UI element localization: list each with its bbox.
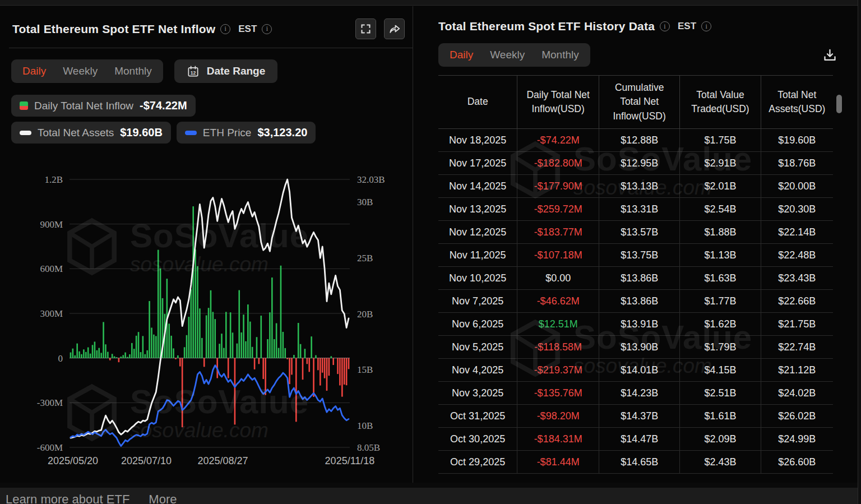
history-controls: Daily Weekly Monthly: [438, 43, 833, 67]
date-cell: Nov 18,2025: [438, 129, 517, 152]
share-button[interactable]: [384, 19, 405, 39]
inflow-cell: $0.00: [517, 267, 599, 290]
date-range-label: Date Range: [207, 65, 266, 77]
white-line-icon: [20, 131, 31, 135]
info-icon[interactable]: i: [660, 21, 670, 31]
cumulative-cell: $14.23B: [599, 382, 680, 405]
assets-cell: $20.30B: [761, 198, 833, 221]
traded-cell: $2.43B: [680, 451, 761, 474]
header-divider: [9, 48, 413, 48]
assets-cell: $26.60B: [761, 451, 833, 474]
cumulative-cell: $13.75B: [599, 244, 680, 267]
tab-monthly[interactable]: Monthly: [541, 49, 579, 61]
cumulative-cell: $14.37B: [599, 405, 680, 428]
svg-text:30B: 30B: [357, 197, 373, 207]
cumulative-cell: $14.01B: [599, 359, 680, 382]
svg-text:300M: 300M: [40, 308, 63, 319]
date-cell: Nov 17,2025: [438, 152, 517, 175]
legend-eth-value: $3,123.20: [257, 126, 307, 139]
assets-cell: $23.43B: [761, 267, 833, 290]
history-table-header: Date Daily Total Net Inflow(USD) Cumulat…: [438, 76, 833, 129]
legend-eth-label: ETH Price: [203, 127, 252, 139]
traded-cell: $1.79B: [680, 336, 761, 359]
assets-cell: $22.48B: [761, 244, 833, 267]
chart-canvas[interactable]: 1.2B900M600M300M0-300M-600M32.03B30B25B2…: [7, 168, 406, 481]
more-link[interactable]: More: [149, 492, 177, 504]
table-row: Nov 10,2025$0.00$13.86B$1.63B$23.43B: [438, 267, 833, 290]
etf-net-inflow-chart[interactable]: SoSoValuesosovalue.com SoSoValuesosovalu…: [7, 168, 406, 481]
assets-cell: $24.02B: [761, 382, 833, 405]
fullscreen-icon: [360, 23, 372, 35]
assets-cell: $19.60B: [761, 129, 833, 152]
date-cell: Nov 7,2025: [438, 290, 517, 313]
assets-cell: $18.76B: [761, 152, 833, 175]
table-row: Nov 6,2025$12.51M$13.91B$1.62B$21.75B: [438, 313, 833, 336]
inflow-cell: -$259.72M: [517, 198, 599, 221]
col-net-assets: Total Net Assets(USD): [761, 76, 833, 129]
assets-cell: $26.02B: [761, 405, 833, 428]
period-tabs: Daily Weekly Monthly: [438, 43, 590, 67]
svg-text:2025/11/18: 2025/11/18: [325, 455, 375, 466]
svg-text:8.05B: 8.05B: [357, 442, 380, 453]
info-icon[interactable]: i: [220, 24, 230, 34]
cumulative-cell: $13.13B: [599, 175, 680, 198]
date-cell: Nov 12,2025: [438, 221, 517, 244]
svg-text:15B: 15B: [357, 364, 373, 375]
legend-net-inflow-value: -$74.22M: [140, 99, 187, 112]
cumulative-cell: $13.57B: [599, 221, 680, 244]
tab-weekly[interactable]: Weekly: [63, 65, 98, 77]
svg-text:10B: 10B: [357, 420, 373, 431]
inflow-cell: -$184.31M: [517, 428, 599, 451]
cumulative-cell: $13.31B: [599, 198, 680, 221]
chart-legend: Daily Total Net Inflow -$74.22M Total Ne…: [11, 95, 413, 144]
legend-eth-price[interactable]: ETH Price $3,123.20: [177, 122, 316, 144]
date-cell: Nov 14,2025: [438, 175, 517, 198]
tab-monthly[interactable]: Monthly: [114, 65, 152, 77]
traded-cell: $2.91B: [680, 152, 761, 175]
inflow-cell: $12.51M: [517, 313, 599, 336]
inflow-cell: -$219.37M: [517, 359, 599, 382]
history-title: Total Ethereum Spot ETF History Data: [438, 20, 655, 33]
traded-cell: $1.75B: [680, 129, 761, 152]
calendar-icon: 12: [187, 65, 200, 78]
cumulative-cell: $14.47B: [599, 428, 680, 451]
table-row: Nov 13,2025-$259.72M$13.31B$2.54B$20.30B: [438, 198, 833, 221]
history-data-panel: SoSoValuesosovalue.com SoSoValuesosovalu…: [413, 6, 858, 483]
inflow-cell: -$107.18M: [517, 244, 599, 267]
legend-assets-value: $19.60B: [120, 126, 163, 139]
table-row: Nov 14,2025-$177.90M$13.13B$2.01B$20.00B: [438, 175, 833, 198]
traded-cell: $2.54B: [680, 198, 761, 221]
tab-daily[interactable]: Daily: [450, 49, 473, 61]
fullscreen-button[interactable]: [355, 19, 376, 39]
table-scrollbar-thumb[interactable]: [836, 95, 842, 113]
tab-daily[interactable]: Daily: [22, 65, 46, 77]
svg-text:-600M: -600M: [37, 442, 63, 453]
traded-cell: $1.77B: [680, 290, 761, 313]
tab-weekly[interactable]: Weekly: [490, 49, 525, 61]
assets-cell: $20.00B: [761, 175, 833, 198]
col-cumulative-inflow: Cumulative Total Net Inflow(USD): [599, 76, 680, 129]
est-info-icon[interactable]: i: [701, 21, 711, 31]
cumulative-cell: $13.90B: [599, 336, 680, 359]
svg-text:2025/07/10: 2025/07/10: [121, 455, 172, 466]
svg-text:1.2B: 1.2B: [44, 174, 63, 185]
date-cell: Nov 4,2025: [438, 359, 517, 382]
traded-cell: $1.88B: [680, 221, 761, 244]
learn-more-text: Learn more about ETF: [6, 492, 129, 504]
traded-cell: $1.13B: [680, 244, 761, 267]
traded-cell: $2.09B: [680, 428, 761, 451]
chart-controls: Daily Weekly Monthly 12 Date Range: [11, 59, 413, 83]
assets-cell: $24.99B: [761, 428, 833, 451]
inflow-cell: -$98.20M: [517, 405, 599, 428]
page-scrollbar[interactable]: [858, 0, 861, 504]
svg-text:2025/05/20: 2025/05/20: [48, 455, 98, 466]
est-info-icon[interactable]: i: [262, 24, 272, 34]
download-button[interactable]: [822, 48, 837, 63]
date-range-button[interactable]: 12 Date Range: [174, 59, 278, 83]
legend-net-inflow[interactable]: Daily Total Net Inflow -$74.22M: [11, 95, 196, 117]
legend-total-net-assets[interactable]: Total Net Assets $19.60B: [11, 122, 171, 144]
table-row: Nov 11,2025-$107.18M$13.75B$1.13B$22.48B: [438, 244, 833, 267]
table-row: Nov 18,2025-$74.22M$12.88B$1.75B$19.60B: [438, 129, 833, 152]
date-cell: Oct 30,2025: [438, 428, 517, 451]
date-cell: Nov 13,2025: [438, 198, 517, 221]
